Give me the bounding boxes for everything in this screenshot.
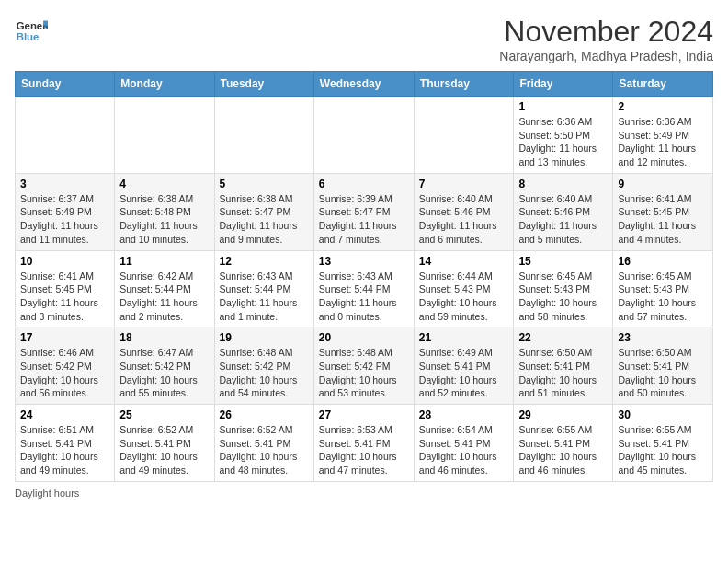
day-info: Sunrise: 6:54 AM Sunset: 5:41 PM Dayligh… (419, 423, 509, 477)
day-number: 26 (220, 408, 309, 421)
day-number: 29 (518, 408, 608, 421)
day-number: 17 (20, 331, 109, 344)
day-info: Sunrise: 6:50 AM Sunset: 5:41 PM Dayligh… (618, 346, 708, 400)
day-info: Sunrise: 6:55 AM Sunset: 5:41 PM Dayligh… (518, 423, 608, 477)
day-number: 1 (518, 100, 608, 113)
day-info: Sunrise: 6:38 AM Sunset: 5:48 PM Dayligh… (119, 192, 209, 247)
title-section: November 2024 Narayangarh, Madhya Prades… (499, 15, 713, 63)
day-info: Sunrise: 6:38 AM Sunset: 5:47 PM Dayligh… (220, 192, 309, 247)
day-number: 10 (20, 255, 109, 268)
day-number: 4 (119, 178, 209, 190)
calendar-day-cell (414, 97, 514, 174)
calendar-day-cell: 30Sunrise: 6:55 AM Sunset: 5:41 PM Dayli… (613, 405, 713, 482)
day-number: 15 (518, 255, 608, 268)
logo-icon: General Blue (15, 15, 48, 48)
day-number: 14 (419, 255, 509, 268)
day-number: 16 (618, 255, 708, 268)
calendar-day-cell (16, 97, 115, 174)
day-info: Sunrise: 6:52 AM Sunset: 5:41 PM Dayligh… (119, 423, 209, 477)
weekday-header-cell: Thursday (414, 72, 514, 97)
calendar-day-cell: 6Sunrise: 6:39 AM Sunset: 5:47 PM Daylig… (313, 173, 414, 250)
day-info: Sunrise: 6:50 AM Sunset: 5:41 PM Dayligh… (518, 346, 608, 400)
calendar-body: 1Sunrise: 6:36 AM Sunset: 5:50 PM Daylig… (16, 97, 713, 482)
calendar-day-cell: 14Sunrise: 6:44 AM Sunset: 5:43 PM Dayli… (414, 250, 514, 327)
day-number: 25 (119, 408, 209, 421)
calendar-day-cell: 10Sunrise: 6:41 AM Sunset: 5:45 PM Dayli… (16, 250, 115, 327)
weekday-header-cell: Saturday (613, 72, 713, 97)
day-info: Sunrise: 6:43 AM Sunset: 5:44 PM Dayligh… (319, 270, 409, 324)
calendar-day-cell (214, 97, 313, 174)
calendar-day-cell: 26Sunrise: 6:52 AM Sunset: 5:41 PM Dayli… (214, 405, 313, 482)
day-info: Sunrise: 6:46 AM Sunset: 5:42 PM Dayligh… (20, 346, 109, 400)
day-number: 24 (20, 408, 109, 421)
daylight-label: Daylight hours (15, 488, 79, 499)
calendar-footer: Daylight hours (15, 488, 713, 499)
day-info: Sunrise: 6:45 AM Sunset: 5:43 PM Dayligh… (518, 270, 608, 324)
calendar-day-cell: 12Sunrise: 6:43 AM Sunset: 5:44 PM Dayli… (214, 250, 313, 327)
svg-text:Blue: Blue (17, 31, 40, 42)
day-number: 6 (319, 178, 409, 190)
day-info: Sunrise: 6:41 AM Sunset: 5:45 PM Dayligh… (618, 192, 708, 247)
day-number: 13 (319, 255, 409, 268)
day-info: Sunrise: 6:44 AM Sunset: 5:43 PM Dayligh… (419, 270, 509, 324)
weekday-header-cell: Tuesday (214, 72, 313, 97)
calendar-day-cell: 19Sunrise: 6:48 AM Sunset: 5:42 PM Dayli… (214, 327, 313, 405)
day-number: 12 (220, 255, 309, 268)
day-number: 19 (220, 331, 309, 344)
calendar-day-cell: 20Sunrise: 6:48 AM Sunset: 5:42 PM Dayli… (313, 327, 414, 405)
calendar-day-cell: 7Sunrise: 6:40 AM Sunset: 5:46 PM Daylig… (414, 173, 514, 250)
day-info: Sunrise: 6:47 AM Sunset: 5:42 PM Dayligh… (119, 346, 209, 400)
day-number: 2 (618, 100, 708, 113)
logo: General Blue (15, 15, 48, 48)
day-info: Sunrise: 6:37 AM Sunset: 5:49 PM Dayligh… (20, 192, 109, 247)
day-number: 30 (618, 408, 708, 421)
svg-text:General: General (17, 20, 48, 31)
calendar-day-cell: 23Sunrise: 6:50 AM Sunset: 5:41 PM Dayli… (613, 327, 713, 405)
calendar-day-cell: 3Sunrise: 6:37 AM Sunset: 5:49 PM Daylig… (16, 173, 115, 250)
calendar-table: SundayMondayTuesdayWednesdayThursdayFrid… (15, 71, 713, 482)
calendar-day-cell: 5Sunrise: 6:38 AM Sunset: 5:47 PM Daylig… (214, 173, 313, 250)
day-number: 21 (419, 331, 509, 344)
day-number: 8 (518, 178, 608, 190)
day-number: 22 (518, 331, 608, 344)
calendar-day-cell: 18Sunrise: 6:47 AM Sunset: 5:42 PM Dayli… (115, 327, 214, 405)
calendar-day-cell: 17Sunrise: 6:46 AM Sunset: 5:42 PM Dayli… (16, 327, 115, 405)
location-subtitle: Narayangarh, Madhya Pradesh, India (499, 49, 713, 63)
calendar-day-cell: 9Sunrise: 6:41 AM Sunset: 5:45 PM Daylig… (613, 173, 713, 250)
calendar-week-row: 1Sunrise: 6:36 AM Sunset: 5:50 PM Daylig… (16, 97, 713, 174)
day-info: Sunrise: 6:48 AM Sunset: 5:42 PM Dayligh… (220, 346, 309, 400)
calendar-day-cell: 15Sunrise: 6:45 AM Sunset: 5:43 PM Dayli… (514, 250, 613, 327)
calendar-day-cell: 2Sunrise: 6:36 AM Sunset: 5:49 PM Daylig… (613, 97, 713, 174)
weekday-header-cell: Monday (115, 72, 214, 97)
day-number: 5 (220, 178, 309, 190)
day-number: 28 (419, 408, 509, 421)
calendar-week-row: 24Sunrise: 6:51 AM Sunset: 5:41 PM Dayli… (16, 405, 713, 482)
calendar-day-cell: 21Sunrise: 6:49 AM Sunset: 5:41 PM Dayli… (414, 327, 514, 405)
weekday-header-cell: Sunday (16, 72, 115, 97)
calendar-week-row: 3Sunrise: 6:37 AM Sunset: 5:49 PM Daylig… (16, 173, 713, 250)
calendar-day-cell: 8Sunrise: 6:40 AM Sunset: 5:46 PM Daylig… (514, 173, 613, 250)
day-info: Sunrise: 6:53 AM Sunset: 5:41 PM Dayligh… (319, 423, 409, 477)
page-header: General Blue November 2024 Narayangarh, … (15, 15, 713, 63)
day-number: 9 (618, 178, 708, 190)
day-info: Sunrise: 6:48 AM Sunset: 5:42 PM Dayligh… (319, 346, 409, 400)
calendar-day-cell: 28Sunrise: 6:54 AM Sunset: 5:41 PM Dayli… (414, 405, 514, 482)
weekday-header-cell: Wednesday (313, 72, 414, 97)
month-title: November 2024 (499, 15, 713, 49)
calendar-day-cell: 4Sunrise: 6:38 AM Sunset: 5:48 PM Daylig… (115, 173, 214, 250)
calendar-day-cell: 1Sunrise: 6:36 AM Sunset: 5:50 PM Daylig… (514, 97, 613, 174)
day-info: Sunrise: 6:39 AM Sunset: 5:47 PM Dayligh… (319, 192, 409, 247)
weekday-header-cell: Friday (514, 72, 613, 97)
calendar-day-cell: 22Sunrise: 6:50 AM Sunset: 5:41 PM Dayli… (514, 327, 613, 405)
day-number: 23 (618, 331, 708, 344)
calendar-day-cell (313, 97, 414, 174)
day-number: 18 (119, 331, 209, 344)
day-info: Sunrise: 6:49 AM Sunset: 5:41 PM Dayligh… (419, 346, 509, 400)
calendar-day-cell: 27Sunrise: 6:53 AM Sunset: 5:41 PM Dayli… (313, 405, 414, 482)
day-info: Sunrise: 6:36 AM Sunset: 5:50 PM Dayligh… (518, 115, 608, 169)
day-info: Sunrise: 6:52 AM Sunset: 5:41 PM Dayligh… (220, 423, 309, 477)
calendar-day-cell: 29Sunrise: 6:55 AM Sunset: 5:41 PM Dayli… (514, 405, 613, 482)
calendar-day-cell: 25Sunrise: 6:52 AM Sunset: 5:41 PM Dayli… (115, 405, 214, 482)
day-info: Sunrise: 6:55 AM Sunset: 5:41 PM Dayligh… (618, 423, 708, 477)
day-info: Sunrise: 6:51 AM Sunset: 5:41 PM Dayligh… (20, 423, 109, 477)
